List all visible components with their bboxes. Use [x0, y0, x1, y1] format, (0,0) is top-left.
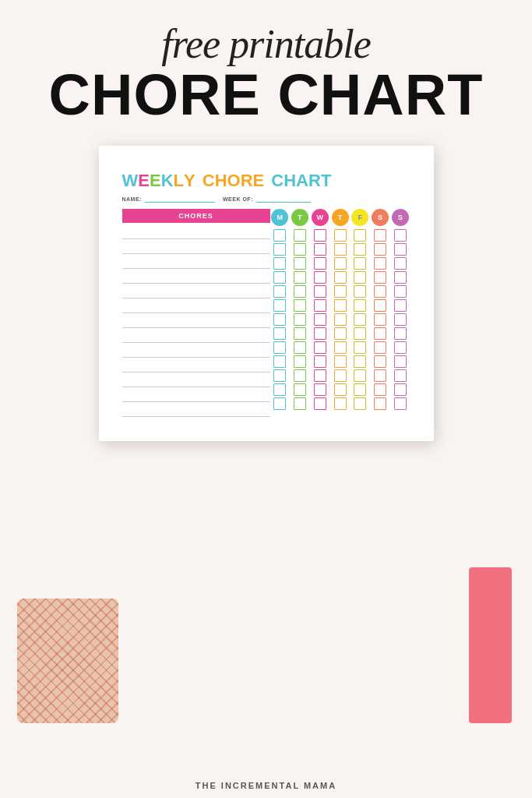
pillow-pattern — [17, 598, 118, 723]
chore-line-1 — [122, 225, 270, 239]
check-F-6[interactable] — [354, 299, 366, 312]
check-T2-1[interactable] — [334, 229, 347, 242]
check-T2-5[interactable] — [334, 285, 347, 298]
chore-grid: CHORES M — [122, 209, 410, 418]
check-T1-9[interactable] — [294, 341, 306, 354]
check-F-11[interactable] — [354, 369, 366, 382]
check-W-3[interactable] — [314, 257, 326, 270]
check-M-9[interactable] — [273, 341, 286, 354]
check-T1-11[interactable] — [294, 369, 306, 382]
check-M-10[interactable] — [273, 355, 286, 368]
check-T2-11[interactable] — [334, 369, 347, 382]
day-header-T2: T — [332, 209, 349, 226]
check-S2-5[interactable] — [394, 285, 407, 298]
check-T1-8[interactable] — [294, 327, 306, 340]
check-M-3[interactable] — [273, 257, 286, 270]
check-W-10[interactable] — [314, 355, 326, 368]
check-W-2[interactable] — [314, 243, 326, 256]
check-S1-1[interactable] — [374, 229, 386, 242]
check-W-8[interactable] — [314, 327, 326, 340]
check-F-7[interactable] — [354, 313, 366, 326]
check-T1-12[interactable] — [294, 383, 306, 396]
check-T1-10[interactable] — [294, 355, 306, 368]
check-F-3[interactable] — [354, 257, 366, 270]
title-weekly: WEEKLY — [122, 171, 196, 191]
check-M-8[interactable] — [273, 327, 286, 340]
check-W-7[interactable] — [314, 313, 326, 326]
check-M-7[interactable] — [273, 313, 286, 326]
check-T1-1[interactable] — [294, 229, 306, 242]
check-F-8[interactable] — [354, 327, 366, 340]
check-M-5[interactable] — [273, 285, 286, 298]
check-T1-5[interactable] — [294, 285, 306, 298]
check-F-13[interactable] — [354, 397, 366, 410]
check-S2-10[interactable] — [394, 355, 407, 368]
check-T2-4[interactable] — [334, 271, 347, 284]
check-S1-4[interactable] — [374, 271, 386, 284]
check-T2-10[interactable] — [334, 355, 347, 368]
check-T2-3[interactable] — [334, 257, 347, 270]
day-header-M: M — [271, 209, 288, 226]
check-T1-4[interactable] — [294, 271, 306, 284]
check-M-1[interactable] — [273, 229, 286, 242]
check-S1-3[interactable] — [374, 257, 386, 270]
check-S1-13[interactable] — [374, 397, 386, 410]
check-T1-7[interactable] — [294, 313, 306, 326]
check-S2-11[interactable] — [394, 369, 407, 382]
check-S2-13[interactable] — [394, 397, 407, 410]
check-W-5[interactable] — [314, 285, 326, 298]
check-S2-6[interactable] — [394, 299, 407, 312]
check-F-4[interactable] — [354, 271, 366, 284]
check-T2-13[interactable] — [334, 397, 347, 410]
check-S1-8[interactable] — [374, 327, 386, 340]
check-T2-8[interactable] — [334, 327, 347, 340]
check-S2-1[interactable] — [394, 229, 407, 242]
check-M-13[interactable] — [273, 397, 286, 410]
check-W-9[interactable] — [314, 341, 326, 354]
check-S1-5[interactable] — [374, 285, 386, 298]
check-S1-7[interactable] — [374, 313, 386, 326]
name-label: NAME: — [122, 196, 142, 202]
check-M-11[interactable] — [273, 369, 286, 382]
check-S1-11[interactable] — [374, 369, 386, 382]
check-W-1[interactable] — [314, 229, 326, 242]
check-F-10[interactable] — [354, 355, 366, 368]
check-M-2[interactable] — [273, 243, 286, 256]
check-T2-9[interactable] — [334, 341, 347, 354]
check-M-6[interactable] — [273, 299, 286, 312]
check-S1-10[interactable] — [374, 355, 386, 368]
check-S1-2[interactable] — [374, 243, 386, 256]
check-T1-2[interactable] — [294, 243, 306, 256]
check-S2-3[interactable] — [394, 257, 407, 270]
check-T2-2[interactable] — [334, 243, 347, 256]
chore-line-4 — [122, 270, 270, 284]
check-F-2[interactable] — [354, 243, 366, 256]
check-W-12[interactable] — [314, 383, 326, 396]
check-T1-6[interactable] — [294, 299, 306, 312]
check-F-1[interactable] — [354, 229, 366, 242]
check-W-6[interactable] — [314, 299, 326, 312]
check-T2-7[interactable] — [334, 313, 347, 326]
check-T1-3[interactable] — [294, 257, 306, 270]
check-F-5[interactable] — [354, 285, 366, 298]
check-W-13[interactable] — [314, 397, 326, 410]
check-T2-12[interactable] — [334, 383, 347, 396]
check-S2-4[interactable] — [394, 271, 407, 284]
check-W-11[interactable] — [314, 369, 326, 382]
check-S2-12[interactable] — [394, 383, 407, 396]
check-F-9[interactable] — [354, 341, 366, 354]
check-T2-6[interactable] — [334, 299, 347, 312]
check-F-12[interactable] — [354, 383, 366, 396]
name-week-row: NAME: WEEK OF: — [122, 195, 410, 203]
check-W-4[interactable] — [314, 271, 326, 284]
check-T1-13[interactable] — [294, 397, 306, 410]
check-S2-2[interactable] — [394, 243, 407, 256]
check-S1-12[interactable] — [374, 383, 386, 396]
check-S2-7[interactable] — [394, 313, 407, 326]
check-M-4[interactable] — [273, 271, 286, 284]
check-M-12[interactable] — [273, 383, 286, 396]
check-S2-9[interactable] — [394, 341, 407, 354]
check-S1-6[interactable] — [374, 299, 386, 312]
check-S1-9[interactable] — [374, 341, 386, 354]
check-S2-8[interactable] — [394, 327, 407, 340]
